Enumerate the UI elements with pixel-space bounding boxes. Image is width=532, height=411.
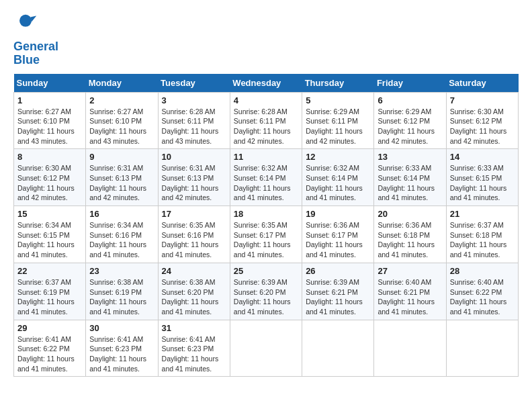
calendar-week-row: 15Sunrise: 6:34 AMSunset: 6:15 PMDayligh…: [14, 206, 519, 263]
day-info: Sunrise: 6:29 AMSunset: 6:12 PMDaylight:…: [378, 107, 442, 146]
calendar-cell: [302, 320, 374, 377]
day-number: 23: [89, 266, 154, 276]
day-info: Sunrise: 6:31 AMSunset: 6:13 PMDaylight:…: [162, 163, 226, 203]
day-number: 9: [89, 152, 154, 162]
page-header: General Blue: [13, 13, 519, 67]
day-number: 20: [378, 209, 442, 219]
day-number: 19: [306, 209, 370, 219]
calendar-table: SundayMondayTuesdayWednesdayThursdayFrid…: [13, 74, 519, 377]
day-info: Sunrise: 6:39 AMSunset: 6:21 PMDaylight:…: [306, 277, 370, 317]
day-info: Sunrise: 6:28 AMSunset: 6:11 PMDaylight:…: [162, 107, 226, 146]
calendar-cell: 15Sunrise: 6:34 AMSunset: 6:15 PMDayligh…: [14, 206, 86, 263]
calendar-header-row: SundayMondayTuesdayWednesdayThursdayFrid…: [14, 74, 519, 93]
day-info: Sunrise: 6:35 AMSunset: 6:17 PMDaylight:…: [234, 220, 298, 260]
calendar-cell: [230, 320, 302, 377]
calendar-week-row: 1Sunrise: 6:27 AMSunset: 6:10 PMDaylight…: [14, 92, 519, 149]
calendar-cell: [446, 320, 518, 377]
calendar-week-row: 22Sunrise: 6:37 AMSunset: 6:19 PMDayligh…: [14, 263, 519, 320]
day-info: Sunrise: 6:34 AMSunset: 6:16 PMDaylight:…: [89, 220, 154, 260]
day-info: Sunrise: 6:36 AMSunset: 6:18 PMDaylight:…: [378, 220, 442, 260]
day-number: 15: [17, 209, 82, 219]
day-number: 31: [162, 323, 226, 333]
day-info: Sunrise: 6:38 AMSunset: 6:20 PMDaylight:…: [162, 277, 226, 317]
column-header-monday: Monday: [86, 74, 158, 93]
day-info: Sunrise: 6:39 AMSunset: 6:20 PMDaylight:…: [234, 277, 298, 317]
calendar-cell: 21Sunrise: 6:37 AMSunset: 6:18 PMDayligh…: [446, 206, 518, 263]
day-info: Sunrise: 6:37 AMSunset: 6:18 PMDaylight:…: [450, 220, 515, 260]
day-number: 8: [17, 152, 82, 162]
day-number: 25: [234, 266, 298, 276]
day-number: 26: [306, 266, 370, 276]
day-number: 5: [306, 95, 370, 105]
day-number: 1: [17, 95, 82, 105]
day-info: Sunrise: 6:40 AMSunset: 6:22 PMDaylight:…: [450, 277, 515, 317]
day-number: 11: [234, 152, 298, 162]
day-info: Sunrise: 6:27 AMSunset: 6:10 PMDaylight:…: [17, 107, 82, 146]
calendar-cell: 2Sunrise: 6:27 AMSunset: 6:10 PMDaylight…: [86, 92, 158, 149]
logo-text: General Blue: [13, 40, 58, 67]
column-header-tuesday: Tuesday: [158, 74, 230, 93]
day-number: 7: [450, 95, 515, 105]
calendar-cell: 10Sunrise: 6:31 AMSunset: 6:13 PMDayligh…: [158, 149, 230, 206]
day-number: 18: [234, 209, 298, 219]
day-number: 27: [378, 266, 442, 276]
day-info: Sunrise: 6:32 AMSunset: 6:14 PMDaylight:…: [234, 163, 298, 203]
day-info: Sunrise: 6:41 AMSunset: 6:23 PMDaylight:…: [162, 334, 226, 374]
column-header-wednesday: Wednesday: [230, 74, 302, 93]
day-number: 21: [450, 209, 515, 219]
day-info: Sunrise: 6:40 AMSunset: 6:21 PMDaylight:…: [378, 277, 442, 317]
day-info: Sunrise: 6:32 AMSunset: 6:14 PMDaylight:…: [306, 163, 370, 203]
calendar-cell: 25Sunrise: 6:39 AMSunset: 6:20 PMDayligh…: [230, 263, 302, 320]
day-number: 24: [162, 266, 226, 276]
calendar-cell: 31Sunrise: 6:41 AMSunset: 6:23 PMDayligh…: [158, 320, 230, 377]
calendar-cell: 29Sunrise: 6:41 AMSunset: 6:22 PMDayligh…: [14, 320, 86, 377]
day-number: 30: [89, 323, 154, 333]
calendar-cell: 14Sunrise: 6:33 AMSunset: 6:15 PMDayligh…: [446, 149, 518, 206]
day-number: 14: [450, 152, 515, 162]
day-number: 22: [17, 266, 82, 276]
day-number: 6: [378, 95, 442, 105]
day-info: Sunrise: 6:27 AMSunset: 6:10 PMDaylight:…: [89, 107, 154, 146]
calendar-week-row: 8Sunrise: 6:30 AMSunset: 6:12 PMDaylight…: [14, 149, 519, 206]
day-number: 3: [162, 95, 226, 105]
day-number: 10: [162, 152, 226, 162]
calendar-cell: 30Sunrise: 6:41 AMSunset: 6:23 PMDayligh…: [86, 320, 158, 377]
day-info: Sunrise: 6:33 AMSunset: 6:15 PMDaylight:…: [450, 163, 515, 203]
calendar-cell: 8Sunrise: 6:30 AMSunset: 6:12 PMDaylight…: [14, 149, 86, 206]
day-info: Sunrise: 6:41 AMSunset: 6:22 PMDaylight:…: [17, 334, 82, 374]
day-number: 29: [17, 323, 82, 333]
day-info: Sunrise: 6:41 AMSunset: 6:23 PMDaylight:…: [89, 334, 154, 374]
day-info: Sunrise: 6:35 AMSunset: 6:16 PMDaylight:…: [162, 220, 226, 260]
calendar-cell: 12Sunrise: 6:32 AMSunset: 6:14 PMDayligh…: [302, 149, 374, 206]
column-header-sunday: Sunday: [14, 74, 86, 93]
day-number: 12: [306, 152, 370, 162]
calendar-cell: 24Sunrise: 6:38 AMSunset: 6:20 PMDayligh…: [158, 263, 230, 320]
calendar-cell: [374, 320, 446, 377]
calendar-week-row: 29Sunrise: 6:41 AMSunset: 6:22 PMDayligh…: [14, 320, 519, 377]
calendar-cell: 9Sunrise: 6:31 AMSunset: 6:13 PMDaylight…: [86, 149, 158, 206]
calendar-cell: 17Sunrise: 6:35 AMSunset: 6:16 PMDayligh…: [158, 206, 230, 263]
day-info: Sunrise: 6:29 AMSunset: 6:11 PMDaylight:…: [306, 107, 370, 146]
calendar-cell: 20Sunrise: 6:36 AMSunset: 6:18 PMDayligh…: [374, 206, 446, 263]
calendar-cell: 3Sunrise: 6:28 AMSunset: 6:11 PMDaylight…: [158, 92, 230, 149]
day-info: Sunrise: 6:38 AMSunset: 6:19 PMDaylight:…: [89, 277, 154, 317]
logo-icon: [13, 13, 38, 38]
day-number: 4: [234, 95, 298, 105]
day-info: Sunrise: 6:34 AMSunset: 6:15 PMDaylight:…: [17, 220, 82, 260]
day-number: 16: [89, 209, 154, 219]
day-info: Sunrise: 6:30 AMSunset: 6:12 PMDaylight:…: [450, 107, 515, 146]
calendar-cell: 27Sunrise: 6:40 AMSunset: 6:21 PMDayligh…: [374, 263, 446, 320]
calendar-cell: 22Sunrise: 6:37 AMSunset: 6:19 PMDayligh…: [14, 263, 86, 320]
calendar-cell: 23Sunrise: 6:38 AMSunset: 6:19 PMDayligh…: [86, 263, 158, 320]
calendar-cell: 28Sunrise: 6:40 AMSunset: 6:22 PMDayligh…: [446, 263, 518, 320]
day-info: Sunrise: 6:31 AMSunset: 6:13 PMDaylight:…: [89, 163, 154, 203]
column-header-saturday: Saturday: [446, 74, 518, 93]
calendar-cell: 11Sunrise: 6:32 AMSunset: 6:14 PMDayligh…: [230, 149, 302, 206]
day-number: 17: [162, 209, 226, 219]
day-number: 2: [89, 95, 154, 105]
column-header-thursday: Thursday: [302, 74, 374, 93]
calendar-cell: 13Sunrise: 6:33 AMSunset: 6:14 PMDayligh…: [374, 149, 446, 206]
day-info: Sunrise: 6:33 AMSunset: 6:14 PMDaylight:…: [378, 163, 442, 203]
calendar-cell: 19Sunrise: 6:36 AMSunset: 6:17 PMDayligh…: [302, 206, 374, 263]
calendar-cell: 26Sunrise: 6:39 AMSunset: 6:21 PMDayligh…: [302, 263, 374, 320]
